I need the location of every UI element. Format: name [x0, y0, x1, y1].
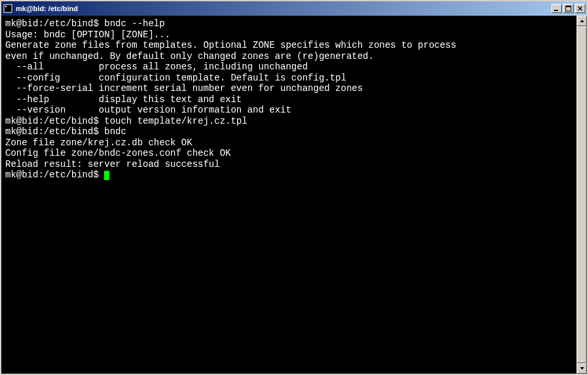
scroll-track[interactable] — [577, 26, 587, 363]
terminal-output[interactable]: mk@bid:/etc/bind$ bndc --helpUsage: bndc… — [1, 16, 576, 374]
app-icon — [3, 3, 13, 14]
shell-prompt: mk@bid:/etc/bind$ — [5, 116, 104, 126]
window-controls — [550, 4, 585, 13]
terminal-line: Zone file zone/krej.cz.db check OK — [5, 137, 572, 149]
svg-rect-2 — [554, 10, 558, 11]
shell-prompt: mk@bid:/etc/bind$ — [5, 126, 104, 137]
cursor — [104, 171, 109, 180]
terminal-line: mk@bid:/etc/bind$ bndc --help — [5, 18, 572, 29]
window-title: mk@bid: /etc/bind — [16, 5, 550, 12]
scroll-thumb[interactable] — [577, 26, 587, 363]
terminal-line: mk@bid:/etc/bind$ — [5, 170, 572, 181]
scroll-down-button[interactable] — [577, 363, 587, 374]
terminal-container: mk@bid:/etc/bind$ bndc --helpUsage: bndc… — [1, 16, 587, 374]
terminal-window: mk@bid: /etc/bind mk@bid:/etc/bind$ bndc… — [0, 0, 588, 375]
vertical-scrollbar[interactable] — [576, 16, 587, 374]
terminal-line: Usage: bndc [OPTION] [ZONE]... — [5, 29, 572, 41]
svg-rect-1 — [5, 6, 7, 7]
svg-rect-0 — [4, 5, 12, 12]
shell-command: touch template/krej.cz.tpl — [104, 116, 247, 126]
terminal-line: Reload result: server reload successful — [5, 159, 572, 170]
terminal-line: --force-serial increment serial number e… — [5, 83, 572, 94]
terminal-line: --config configuration template. Default… — [5, 73, 572, 84]
titlebar[interactable]: mk@bid: /etc/bind — [1, 1, 587, 16]
terminal-line: --help display this text and exit — [5, 94, 572, 105]
terminal-line: mk@bid:/etc/bind$ bndc — [5, 126, 572, 137]
svg-marker-7 — [580, 20, 584, 22]
terminal-line: --version output version information and… — [5, 105, 572, 116]
shell-prompt: mk@bid:/etc/bind$ — [5, 18, 104, 29]
svg-marker-8 — [580, 367, 584, 370]
minimize-button[interactable] — [551, 4, 562, 13]
close-button[interactable] — [575, 4, 585, 13]
svg-rect-4 — [566, 6, 571, 7]
scroll-up-button[interactable] — [577, 16, 587, 26]
terminal-line: --all process all zones, including uncha… — [5, 62, 572, 73]
terminal-line: mk@bid:/etc/bind$ touch template/krej.cz… — [5, 116, 572, 127]
shell-command: bndc — [104, 126, 126, 137]
maximize-button[interactable] — [563, 4, 574, 13]
shell-prompt: mk@bid:/etc/bind$ — [5, 170, 104, 180]
shell-command: bndc --help — [104, 18, 164, 29]
terminal-line: even if unchanged. By default only chang… — [5, 51, 572, 62]
terminal-line: Generate zone files from templates. Opti… — [5, 40, 572, 51]
terminal-line: Config file zone/bndc-zones.conf check O… — [5, 148, 572, 159]
